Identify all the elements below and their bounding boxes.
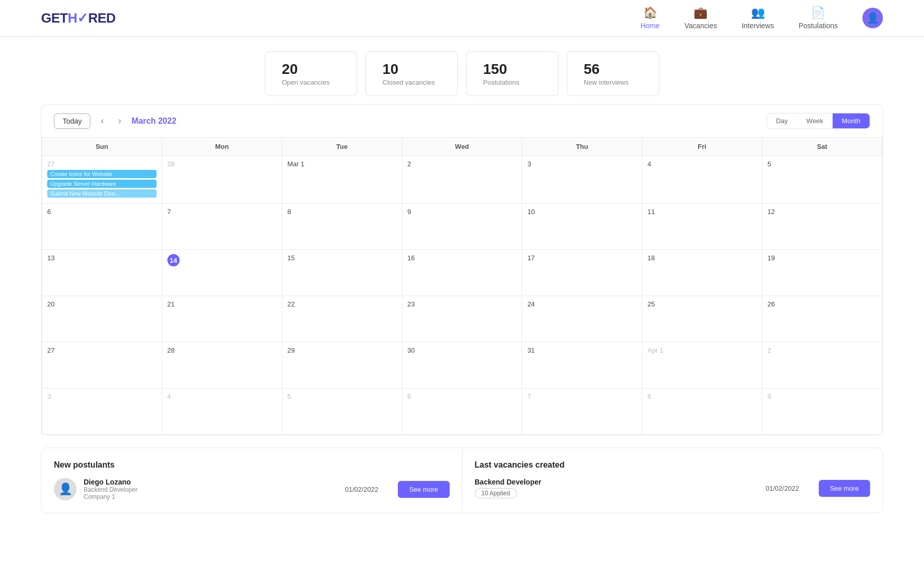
nav-postulations[interactable]: 📄 Postulations (799, 6, 838, 30)
calendar-cell-mar25[interactable]: 25 (642, 296, 762, 342)
nav-vacancies[interactable]: 💼 Vacancies (684, 6, 717, 30)
vacancy-title: Backend Developer (475, 478, 746, 486)
calendar-cell-mar13[interactable]: 13 (42, 250, 162, 296)
postulant-info: Diego Lozano Backend Developer Company 1 (84, 478, 325, 500)
postulant-avatar: 👤 (54, 478, 76, 500)
table-row: 27 28 29 30 31 Apr 1 2 (42, 342, 882, 389)
stat-closed-vacancies: 10 Closed vacancies (365, 51, 458, 96)
stat-open-vacancies-label: Open vacancies (282, 79, 340, 86)
calendar-toolbar: Today ‹ › March 2022 Day Week Month (42, 113, 882, 137)
stat-postulations: 150 Postulations (466, 51, 559, 96)
calendar-cell-mar15[interactable]: 15 (282, 250, 402, 296)
calendar-cell-apr9[interactable]: 9 (762, 389, 882, 435)
view-buttons: Day Week Month (766, 113, 870, 129)
calendar-cell-mar2[interactable]: 2 (402, 156, 522, 204)
stat-new-interviews: 56 New interviews (567, 51, 659, 96)
table-row: 20 21 22 23 24 25 26 (42, 296, 882, 342)
list-item: Backend Developer 10 Applied 01/02/2022 … (475, 478, 871, 498)
calendar-cell-apr7[interactable]: 7 (522, 389, 642, 435)
stat-new-interviews-number: 56 (584, 61, 642, 78)
calendar-cell-apr6[interactable]: 6 (402, 389, 522, 435)
view-week-button[interactable]: Week (797, 113, 833, 128)
calendar-cell-mar9[interactable]: 9 (402, 204, 522, 250)
vacancy-info: Backend Developer 10 Applied (475, 478, 746, 498)
calendar-cell-mar12[interactable]: 12 (762, 204, 882, 250)
nav-postulations-label: Postulations (799, 22, 838, 30)
calendar-cell-mar27[interactable]: 27 (42, 342, 162, 389)
event-upgrade-server[interactable]: Upgrade Server Hardware (47, 180, 157, 188)
calendar-cell-mar14[interactable]: 14 (162, 250, 282, 296)
postulations-icon: 📄 (811, 6, 825, 20)
calendar-cell-mar30[interactable]: 30 (402, 342, 522, 389)
calendar-cell-mar23[interactable]: 23 (402, 296, 522, 342)
new-postulants-title: New postulants (54, 460, 450, 470)
prev-month-button[interactable]: ‹ (97, 113, 108, 128)
event-submit-website[interactable]: Submit New Website Desi... (47, 189, 157, 198)
calendar-cell-mar16[interactable]: 16 (402, 250, 522, 296)
calendar-cell-mar21[interactable]: 21 (162, 296, 282, 342)
calendar-cell-mar29[interactable]: 29 (282, 342, 402, 389)
home-icon: 🏠 (643, 6, 657, 20)
last-vacancies-title: Last vacancies created (475, 460, 871, 470)
calendar-cell-mar20[interactable]: 20 (42, 296, 162, 342)
calendar-cell-mar11[interactable]: 11 (642, 204, 762, 250)
calendar-cell-mar28[interactable]: 28 (162, 342, 282, 389)
calendar-cell-mar7[interactable]: 7 (162, 204, 282, 250)
calendar-cell-mar19[interactable]: 19 (762, 250, 882, 296)
view-day-button[interactable]: Day (767, 113, 797, 128)
calendar-cell-feb28[interactable]: 28 (162, 156, 282, 204)
stat-postulations-label: Postulations (483, 79, 542, 86)
last-vacancies-panel: Last vacancies created Backend Developer… (463, 448, 883, 513)
calendar-left-controls: Today ‹ › March 2022 (54, 113, 177, 129)
col-mon: Mon (162, 138, 282, 156)
stat-closed-vacancies-number: 10 (382, 61, 441, 78)
calendar-cell-mar26[interactable]: 26 (762, 296, 882, 342)
bottom-panels: New postulants 👤 Diego Lozano Backend De… (41, 448, 883, 513)
calendar-cell-feb27[interactable]: 27 Create Icons for Website Upgrade Serv… (42, 156, 162, 204)
postulant-company: Company 1 (84, 493, 325, 500)
calendar-cell-mar8[interactable]: 8 (282, 204, 402, 250)
col-tue: Tue (282, 138, 402, 156)
calendar-cell-apr8[interactable]: 8 (642, 389, 762, 435)
calendar-cell-mar4[interactable]: 4 (642, 156, 762, 204)
calendar-section: Today ‹ › March 2022 Day Week Month Sun … (41, 104, 883, 435)
col-sat: Sat (762, 138, 882, 156)
main-nav: 🏠 Home 💼 Vacancies 👥 Interviews 📄 Postul… (641, 6, 883, 30)
stat-closed-vacancies-label: Closed vacancies (382, 79, 441, 86)
stat-open-vacancies-number: 20 (282, 61, 340, 78)
nav-interviews[interactable]: 👥 Interviews (742, 6, 774, 30)
calendar-cell-mar5[interactable]: 5 (762, 156, 882, 204)
calendar-cell-apr4[interactable]: 4 (162, 389, 282, 435)
user-avatar[interactable]: 👤 (862, 8, 883, 28)
event-create-icons[interactable]: Create Icons for Website (47, 170, 157, 178)
calendar-cell-mar1[interactable]: Mar 1 (282, 156, 402, 204)
table-row: 13 14 15 16 17 18 19 (42, 250, 882, 296)
col-wed: Wed (402, 138, 522, 156)
calendar-cell-mar17[interactable]: 17 (522, 250, 642, 296)
calendar-cell-apr3[interactable]: 3 (42, 389, 162, 435)
calendar-cell-apr2[interactable]: 2 (762, 342, 882, 389)
nav-vacancies-label: Vacancies (684, 22, 717, 30)
view-month-button[interactable]: Month (833, 113, 870, 128)
postulant-see-more-button[interactable]: See more (398, 481, 449, 498)
calendar-cell-mar18[interactable]: 18 (642, 250, 762, 296)
nav-home[interactable]: 🏠 Home (641, 6, 660, 30)
new-postulants-panel: New postulants 👤 Diego Lozano Backend De… (42, 448, 463, 513)
calendar-cell-mar3[interactable]: 3 (522, 156, 642, 204)
stat-new-interviews-label: New interviews (584, 79, 642, 86)
stats-row: 20 Open vacancies 10 Closed vacancies 15… (0, 37, 924, 104)
today-button[interactable]: Today (54, 113, 90, 129)
interviews-icon: 👥 (751, 6, 765, 20)
calendar-cell-apr5[interactable]: 5 (282, 389, 402, 435)
calendar-cell-mar31[interactable]: 31 (522, 342, 642, 389)
calendar-cell-mar10[interactable]: 10 (522, 204, 642, 250)
nav-interviews-label: Interviews (742, 22, 774, 30)
calendar-cell-apr1[interactable]: Apr 1 (642, 342, 762, 389)
col-thu: Thu (522, 138, 642, 156)
next-month-button[interactable]: › (114, 113, 125, 128)
vacancy-see-more-button[interactable]: See more (819, 480, 870, 497)
vacancy-date: 01/02/2022 (766, 485, 799, 492)
calendar-cell-mar24[interactable]: 24 (522, 296, 642, 342)
calendar-cell-mar22[interactable]: 22 (282, 296, 402, 342)
calendar-cell-mar6[interactable]: 6 (42, 204, 162, 250)
